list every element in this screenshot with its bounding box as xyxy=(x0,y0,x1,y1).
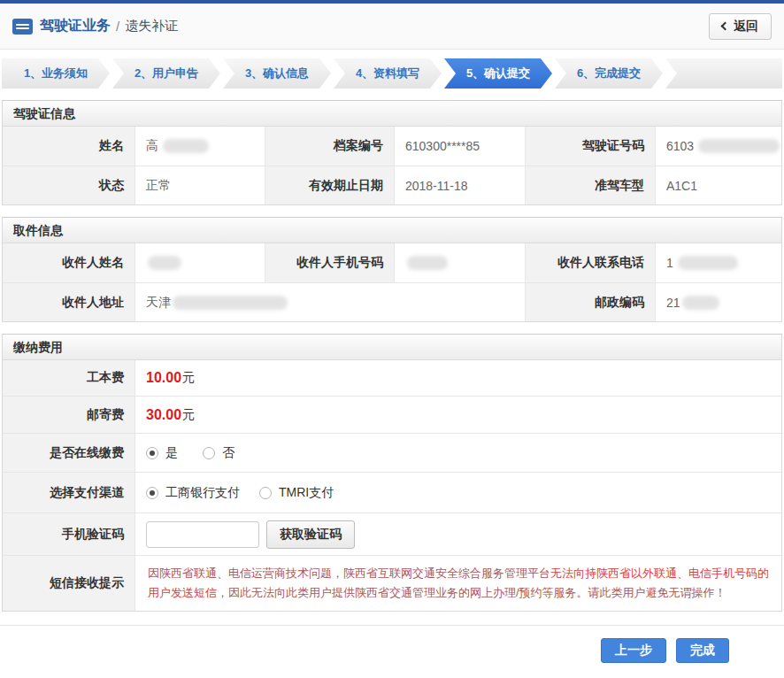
sms-code-row: 手机验证码 获取验证码 xyxy=(3,512,781,555)
pay-channel-row: 选择支付渠道 工商银行支付 TMRI支付 xyxy=(3,472,781,512)
license-info-section: 驾驶证信息 姓名 高 档案编号 610300****85 驾驶证号码 6103 … xyxy=(2,100,782,205)
pay-channel-options: 工商银行支付 TMRI支付 xyxy=(135,473,781,512)
sms-notice-label: 短信接收提示 xyxy=(3,556,135,611)
finish-button[interactable]: 完成 xyxy=(676,638,729,663)
recipient-address-value: 天津 xyxy=(135,283,526,321)
payment-section-title: 缴纳费用 xyxy=(3,335,781,360)
recipient-address-label: 收件人地址 xyxy=(3,283,135,321)
radio-option-no[interactable]: 否 xyxy=(203,445,234,461)
status-value: 正常 xyxy=(135,166,265,204)
pickup-info-section: 取件信息 收件人姓名 收件人手机号码 收件人联系电话 1 收件人地址 天津 邮政… xyxy=(2,217,782,322)
vehicle-class-value: A1C1 xyxy=(656,166,781,204)
license-section-title: 驾驶证信息 xyxy=(3,101,781,127)
vehicle-class-label: 准驾车型 xyxy=(526,166,656,204)
postal-code-label: 邮政编码 xyxy=(526,283,656,321)
pickup-section-title: 取件信息 xyxy=(3,218,781,243)
license-business-icon xyxy=(12,19,33,35)
fee-row: 工本费 10.00元 xyxy=(3,360,781,396)
status-label: 状态 xyxy=(3,166,135,204)
previous-step-button[interactable]: 上一步 xyxy=(601,638,666,663)
radio-option-tmri[interactable]: TMRI支付 xyxy=(259,485,334,501)
step-1-business-notice[interactable]: 1、业务须知 xyxy=(2,58,110,89)
step-bar-filler xyxy=(665,58,782,89)
chevron-left-icon xyxy=(721,22,730,31)
table-row: 姓名 高 档案编号 610300****85 驾驶证号码 6103 xyxy=(3,127,781,166)
redacted-blur xyxy=(678,256,738,270)
production-fee-label: 工本费 xyxy=(3,360,135,396)
valid-until-label: 有效期止日期 xyxy=(265,166,395,204)
postage-fee-value: 30.00元 xyxy=(135,397,781,433)
sms-notice-row: 短信接收提示 因陕西省联通、电信运营商技术问题，陕西省互联网交通安全综合服务管理… xyxy=(3,555,781,611)
radio-selected-icon[interactable] xyxy=(146,447,158,459)
pay-channel-label: 选择支付渠道 xyxy=(3,473,135,512)
radio-option-yes[interactable]: 是 xyxy=(146,445,178,461)
name-value: 高 xyxy=(135,127,265,166)
online-pay-label: 是否在线缴费 xyxy=(3,434,135,472)
sms-code-input[interactable] xyxy=(146,521,259,548)
redacted-blur xyxy=(148,256,181,270)
recipient-mobile-value xyxy=(395,243,526,282)
radio-selected-icon[interactable] xyxy=(146,487,158,499)
online-pay-row: 是否在线缴费 是 否 xyxy=(3,433,781,472)
back-button[interactable]: 返回 xyxy=(709,13,772,40)
table-row: 收件人姓名 收件人手机号码 收件人联系电话 1 xyxy=(3,243,781,282)
valid-until-value: 2018-11-18 xyxy=(395,166,526,204)
step-6-finish-submit[interactable]: 6、完成提交 xyxy=(555,58,663,89)
license-number-label: 驾驶证号码 xyxy=(526,127,656,166)
production-fee-value: 10.00元 xyxy=(135,360,781,396)
name-label: 姓名 xyxy=(3,127,135,166)
get-sms-code-button[interactable]: 获取验证码 xyxy=(266,520,355,549)
step-5-confirm-submit[interactable]: 5、确认提交 xyxy=(444,58,552,89)
file-number-value: 610300****85 xyxy=(395,127,526,166)
radio-unselected-icon[interactable] xyxy=(203,447,215,459)
sms-code-controls: 获取验证码 xyxy=(135,513,781,555)
redacted-blur xyxy=(698,139,780,153)
sms-code-label: 手机验证码 xyxy=(3,513,135,555)
recipient-phone-value: 1 xyxy=(656,243,781,282)
recipient-phone-label: 收件人联系电话 xyxy=(526,243,656,282)
breadcrumb-current: 遗失补证 xyxy=(125,18,178,35)
recipient-mobile-label: 收件人手机号码 xyxy=(265,243,395,282)
recipient-name-value xyxy=(135,243,265,282)
redacted-blur xyxy=(173,296,288,310)
page-title: 驾驶证业务 xyxy=(40,17,111,35)
page-header: 驾驶证业务 / 遗失补证 返回 xyxy=(0,4,784,50)
postage-fee-label: 邮寄费 xyxy=(3,397,135,433)
redacted-blur xyxy=(407,256,448,270)
back-button-label: 返回 xyxy=(734,19,758,35)
license-number-value: 6103 xyxy=(656,127,781,166)
step-4-fill-data[interactable]: 4、资料填写 xyxy=(334,58,442,89)
radio-unselected-icon[interactable] xyxy=(259,487,272,499)
sms-notice-text: 因陕西省联通、电信运营商技术问题，陕西省互联网交通安全综合服务管理平台无法向持陕… xyxy=(135,556,781,611)
step-3-confirm-info[interactable]: 3、确认信息 xyxy=(223,58,331,89)
breadcrumb-separator: / xyxy=(116,19,119,34)
postal-code-value: 21 xyxy=(656,283,781,321)
recipient-name-label: 收件人姓名 xyxy=(3,243,135,282)
file-number-label: 档案编号 xyxy=(265,127,395,166)
fee-row: 邮寄费 30.00元 xyxy=(3,396,781,433)
footer-actions: 上一步 完成 xyxy=(0,625,784,663)
table-row: 收件人地址 天津 邮政编码 21 xyxy=(3,282,781,321)
redacted-blur xyxy=(682,296,719,310)
step-wizard: 1、业务须知 2、用户申告 3、确认信息 4、资料填写 5、确认提交 6、完成提… xyxy=(2,58,782,89)
radio-option-icbc[interactable]: 工商银行支付 xyxy=(146,485,240,501)
payment-section: 缴纳费用 工本费 10.00元 邮寄费 30.00元 是否在线缴费 是 否 xyxy=(2,334,782,612)
table-row: 状态 正常 有效期止日期 2018-11-18 准驾车型 A1C1 xyxy=(3,166,781,204)
redacted-blur xyxy=(163,139,209,153)
online-pay-options: 是 否 xyxy=(135,434,781,472)
step-2-user-declaration[interactable]: 2、用户申告 xyxy=(112,58,220,89)
